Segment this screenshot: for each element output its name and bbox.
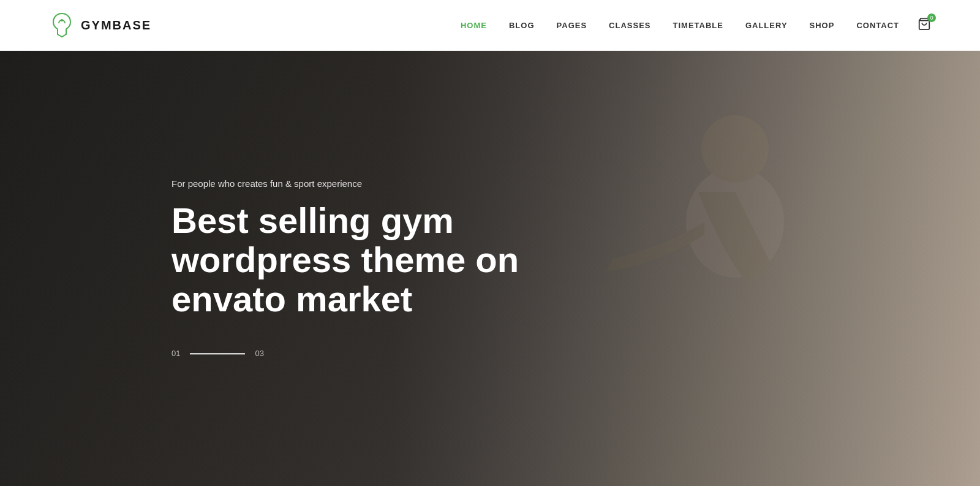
nav-item-contact[interactable]: CONTACT [856,21,899,30]
nav-item-classes[interactable]: CLASSES [609,21,650,30]
hero-content: For people who creates fun & sport exper… [172,178,539,358]
header: GYMBASE HOME BLOG PAGES CLASSES TIMETABL… [0,0,980,51]
logo-icon [49,12,75,38]
hero-title: Best selling gym wordpress theme on enva… [172,201,539,318]
svg-point-0 [61,19,63,21]
counter-line [190,353,245,354]
cart-button[interactable]: 0 [918,17,931,33]
nav-item-pages[interactable]: PAGES [557,21,587,30]
cart-badge: 0 [927,13,936,22]
nav-item-gallery[interactable]: GALLERY [745,21,788,30]
nav-item-home[interactable]: HOME [461,21,487,30]
counter-start: 01 [172,349,180,359]
hero-counter: 01 03 [172,349,539,359]
nav-item-timetable[interactable]: TIMETABLE [673,21,723,30]
hero-subtitle: For people who creates fun & sport exper… [172,178,539,189]
nav-item-shop[interactable]: SHOP [810,21,835,30]
nav-item-blog[interactable]: BLOG [509,21,535,30]
main-nav: HOME BLOG PAGES CLASSES TIMETABLE GALLER… [461,21,899,30]
hero-section: For people who creates fun & sport exper… [0,51,980,486]
counter-end: 03 [255,349,263,359]
logo-text: GYMBASE [81,18,151,32]
logo[interactable]: GYMBASE [49,12,151,38]
